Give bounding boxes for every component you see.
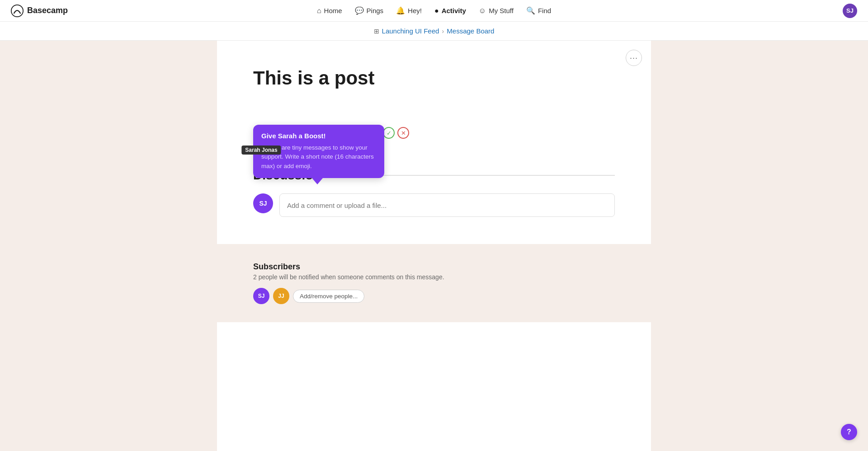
home-icon: ⌂ — [317, 7, 321, 15]
subscriber-sj-initials: SJ — [258, 293, 265, 299]
boost-cancel-button[interactable]: ✕ — [397, 127, 409, 139]
comment-input[interactable] — [279, 193, 615, 217]
nav-hey[interactable]: 🔔 Hey! — [396, 6, 422, 15]
basecamp-logo-icon — [11, 5, 24, 17]
boost-avatar-tooltip: Sarah Jonas — [241, 146, 281, 155]
app-logo[interactable]: Basecamp — [11, 5, 68, 17]
boost-tooltip-arrow — [312, 178, 323, 184]
breadcrumb-project-link[interactable]: Launching UI Feed — [382, 27, 439, 35]
subscriber-avatar-jj[interactable]: JJ — [273, 288, 289, 304]
subscribers-title: Subscribers — [253, 262, 615, 272]
pings-icon: 💬 — [355, 6, 364, 15]
boost-submit-button[interactable]: ✓ — [383, 127, 395, 139]
subscriber-jj-initials: JJ — [278, 293, 284, 299]
hey-icon: 🔔 — [396, 6, 405, 15]
nav-find[interactable]: 🔍 Find — [526, 6, 551, 15]
comment-row: SJ — [253, 193, 615, 217]
find-icon: 🔍 — [526, 6, 535, 15]
nav-pings[interactable]: 💬 Pings — [355, 6, 384, 15]
help-button[interactable]: ? — [841, 424, 857, 440]
comment-avatar[interactable]: SJ — [253, 193, 273, 213]
subscribers-row: SJ JJ Add/remove people... — [253, 288, 615, 304]
breadcrumb-separator: › — [442, 27, 444, 35]
nav-activity[interactable]: ● Activity — [434, 7, 466, 15]
project-icon: ⊞ — [374, 28, 379, 35]
subscribers-section: Subscribers 2 people will be notified wh… — [217, 244, 651, 322]
subscriber-avatar-sj[interactable]: SJ — [253, 288, 269, 304]
nav-center: ⌂ Home 💬 Pings 🔔 Hey! ● Activity ☺ My St… — [317, 6, 551, 15]
breadcrumb-section-link[interactable]: Message Board — [447, 27, 494, 35]
nav-mystuff[interactable]: ☺ My Stuff — [479, 7, 514, 15]
mystuff-icon: ☺ — [479, 7, 486, 15]
comment-avatar-initials: SJ — [259, 200, 267, 207]
add-remove-subscribers-button[interactable]: Add/remove people... — [293, 290, 364, 303]
boost-tooltip-title: Give Sarah a Boost! — [261, 132, 376, 140]
post-title: This is a post — [253, 41, 615, 89]
more-options-button[interactable]: ··· — [626, 50, 642, 66]
activity-icon: ● — [434, 7, 439, 15]
nav-home[interactable]: ⌂ Home — [317, 7, 342, 15]
top-navigation: Basecamp ⌂ Home 💬 Pings 🔔 Hey! ● Activit… — [0, 0, 868, 22]
main-wrapper: ··· This is a post Give Sarah a Boost! B… — [0, 41, 868, 451]
content-card: ··· This is a post Give Sarah a Boost! B… — [217, 41, 651, 451]
author-area: Give Sarah a Boost! Boosts are tiny mess… — [253, 125, 615, 141]
breadcrumb-bar: ⊞ Launching UI Feed › Message Board — [0, 22, 868, 41]
subscribers-subtitle: 2 people will be notified when someone c… — [253, 273, 615, 281]
user-avatar[interactable]: SJ — [843, 4, 857, 18]
app-name: Basecamp — [27, 6, 68, 15]
